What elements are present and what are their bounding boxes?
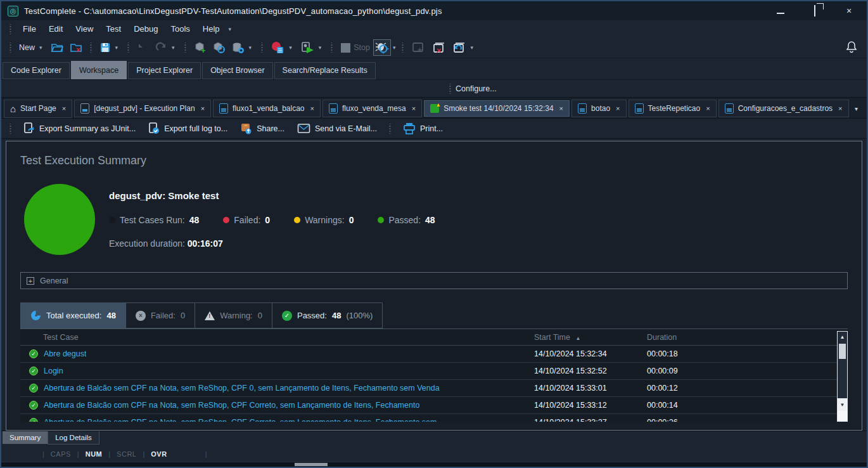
tab-workspace[interactable]: Workspace <box>71 61 127 79</box>
scrollbar-thumb[interactable] <box>839 344 846 359</box>
chevron-down-icon: ▾ <box>37 44 44 51</box>
tab-list-dropdown[interactable]: ▾ <box>855 105 864 112</box>
run-button[interactable]: ▾ <box>297 39 327 56</box>
close-icon[interactable]: × <box>201 105 205 112</box>
menu-view[interactable]: View <box>70 22 99 36</box>
status-separator: | <box>108 450 110 458</box>
tab-search-replace-results[interactable]: Search/Replace Results <box>274 62 376 79</box>
menu-help[interactable]: Help <box>197 22 226 36</box>
menu-tools[interactable]: Tools <box>165 22 195 36</box>
stop-icon <box>340 42 351 53</box>
record-button[interactable]: ▾ <box>267 39 297 56</box>
export-junit-button[interactable]: Export Summary as JUnit... <box>18 120 141 136</box>
table-row[interactable]: ✓Abertura de Balcão com CPF na Nota, sem… <box>20 397 837 414</box>
chevron-down-icon[interactable]: ▾ <box>391 44 398 51</box>
column-test-case[interactable]: Test Case <box>20 333 534 342</box>
new-button[interactable]: New ▾ <box>16 41 48 54</box>
expand-icon[interactable]: + <box>27 277 34 285</box>
toolbar-grip <box>401 42 404 53</box>
filter-tab-warning[interactable]: Warning: 0 <box>195 302 272 328</box>
database-gear-icon <box>232 42 245 54</box>
close-icon[interactable]: × <box>412 105 416 112</box>
close-window-button[interactable]: × <box>428 39 449 56</box>
data-settings-button[interactable]: ▾ <box>229 40 257 56</box>
general-section-header[interactable]: + General <box>20 272 848 289</box>
panel-tab-bar: Code Explorer Workspace Project Explorer… <box>1 58 867 79</box>
export-junit-icon <box>23 122 35 134</box>
open-button[interactable] <box>48 40 67 55</box>
print-button[interactable]: Print... <box>398 120 448 136</box>
doc-tab-fluxo-venda-mesa[interactable]: fluxo_venda_mesa × <box>322 100 422 117</box>
tab-project-explorer[interactable]: Project Explorer <box>128 62 201 79</box>
add-window-button[interactable]: + <box>408 39 428 56</box>
status-separator: | <box>42 450 44 458</box>
column-start-time[interactable]: Start Time ▲ <box>534 333 647 342</box>
test-case-link[interactable]: Abertura de Balcão sem CPF na Nota, sem … <box>44 384 440 393</box>
close-icon[interactable]: × <box>559 105 563 112</box>
object-spy-button[interactable] <box>210 40 229 56</box>
close-icon[interactable]: × <box>62 105 66 112</box>
tab-code-explorer[interactable]: Code Explorer <box>3 62 70 79</box>
close-icon[interactable]: × <box>310 105 314 112</box>
tab-object-browser[interactable]: Object Browser <box>202 62 272 79</box>
doc-tab-configuracoes-e-cadastros[interactable]: Configuracoes_e_cadastros × <box>718 100 849 117</box>
horizontal-scrollbar[interactable] <box>1 462 867 467</box>
add-window-icon: + <box>411 41 425 54</box>
doc-tab-execution-plan[interactable]: [degust_pdv] - Execution Plan × <box>74 100 211 117</box>
minimize-button[interactable] <box>774 6 787 16</box>
close-button[interactable]: × <box>843 6 855 16</box>
table-row[interactable]: ✓Abertura de Balcão sem CPF na Nota, com… <box>20 414 837 422</box>
horizontal-scrollbar-thumb[interactable] <box>295 463 328 466</box>
send-email-button[interactable]: Send via E-Mail... <box>292 121 382 136</box>
test-case-link[interactable]: Abertura de Balcão sem CPF na Nota, com … <box>44 418 437 422</box>
scroll-down-button[interactable]: ▼ <box>838 398 847 411</box>
chevron-down-icon: ▾ <box>287 44 294 51</box>
close-icon[interactable]: × <box>706 105 710 112</box>
toolbar-grip <box>330 42 333 53</box>
table-row[interactable]: ✓Abertura de Balcão sem CPF na Nota, sem… <box>20 380 837 397</box>
notifications-button[interactable] <box>845 41 867 55</box>
save-button[interactable]: ▾ <box>96 40 124 55</box>
scroll-up-button[interactable]: ▲ <box>838 332 847 342</box>
restore-layout-button[interactable]: ▾ <box>449 39 478 56</box>
document-tab-bar: ⌂ Start Page × [degust_pdv] - Execution … <box>1 97 867 118</box>
restore-button[interactable] <box>808 6 821 16</box>
svg-text:+: + <box>418 46 422 54</box>
undo-button[interactable] <box>134 40 152 55</box>
doc-tab-botao[interactable]: botao × <box>571 100 626 117</box>
menu-edit[interactable]: Edit <box>43 22 68 36</box>
add-object-button[interactable]: + <box>191 40 210 56</box>
menu-test[interactable]: Test <box>100 22 127 36</box>
chevron-down-icon[interactable]: ▾ <box>229 26 232 32</box>
tab-summary[interactable]: Summary <box>3 431 48 444</box>
redo-button[interactable]: ▾ <box>152 40 180 55</box>
close-icon[interactable]: × <box>616 105 620 112</box>
test-case-link[interactable]: Abre degust <box>44 349 86 358</box>
table-row[interactable]: ✓Login 14/10/2024 15:32:52 00:00:09 <box>20 363 837 380</box>
close-icon[interactable]: × <box>838 105 842 112</box>
column-duration[interactable]: Duration <box>647 333 837 342</box>
menu-file[interactable]: File <box>17 22 42 36</box>
passed-check-icon: ✓ <box>29 418 38 422</box>
export-log-button[interactable]: Export full log to... <box>143 120 233 136</box>
doc-tab-teste-repeticao[interactable]: TesteRepeticao × <box>629 100 717 117</box>
svg-text:×: × <box>437 46 442 54</box>
doc-tab-fluxo1-venda-balcao[interactable]: fluxo1_venda_balcao × <box>213 100 321 117</box>
menu-debug[interactable]: Debug <box>128 22 163 36</box>
close-project-button[interactable]: × <box>67 40 86 55</box>
stop-button[interactable]: Stop <box>337 41 373 55</box>
test-case-link[interactable]: Login <box>44 367 63 375</box>
test-case-link[interactable]: Abertura de Balcão com CPF na Nota, sem … <box>44 401 419 410</box>
vertical-scrollbar[interactable]: ▲ ▼ <box>837 331 848 422</box>
doc-tab-smoke-test-log[interactable]: Smoke test 14/10/2024 15:32:34 × <box>424 100 570 117</box>
table-row[interactable]: ✓Abre degust 14/10/2024 15:32:34 00:00:1… <box>20 346 837 363</box>
share-button[interactable]: Share... <box>235 120 290 136</box>
tab-log-details[interactable]: Log Details <box>48 431 99 445</box>
filter-tab-failed[interactable]: × Failed: 0 <box>125 302 195 328</box>
filter-tab-passed[interactable]: ✓ Passed: 48 (100%) <box>272 302 383 328</box>
doc-tab-start-page[interactable]: ⌂ Start Page × <box>4 100 72 118</box>
debug-button[interactable] <box>373 39 391 56</box>
run-bullet-icon <box>109 217 115 223</box>
configure-button[interactable]: Configure... <box>456 84 497 93</box>
filter-tab-total[interactable]: Total executed: 48 <box>20 302 125 328</box>
